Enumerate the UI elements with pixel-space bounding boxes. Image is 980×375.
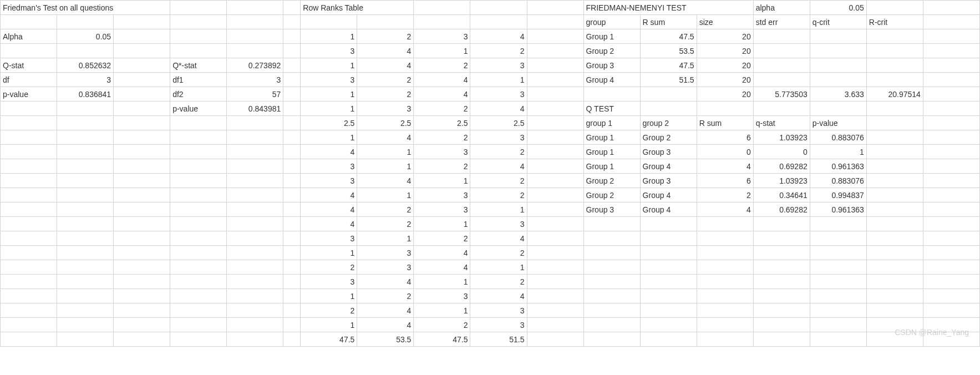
rank-cell[interactable]: 4: [357, 174, 414, 188]
qstar-value[interactable]: 0.273892: [227, 58, 283, 73]
rank-cell[interactable]: 3: [357, 260, 414, 275]
rank-cell[interactable]: 4: [470, 29, 527, 44]
rank-cell[interactable]: 3: [414, 202, 470, 217]
rank-cell[interactable]: 1: [301, 29, 357, 44]
rank-sum[interactable]: 51.5: [470, 332, 527, 347]
nemenyi-header-qcrit[interactable]: q-crit: [810, 15, 866, 29]
qtest-rsum[interactable]: 4: [697, 202, 753, 217]
rank-cell[interactable]: 4: [414, 260, 470, 275]
qtest-g1[interactable]: Group 2: [583, 174, 640, 188]
rank-cell[interactable]: 3: [414, 289, 470, 303]
qtest-rsum[interactable]: 2: [697, 188, 753, 202]
df-label[interactable]: df: [1, 73, 57, 87]
qtest-header-g2[interactable]: group 2: [640, 116, 697, 130]
rank-cell[interactable]: 2: [414, 58, 470, 73]
rank-cell[interactable]: 1: [301, 102, 357, 116]
rank-cell[interactable]: 1: [301, 58, 357, 73]
rank-cell[interactable]: 3: [301, 73, 357, 87]
nemenyi-alpha-value[interactable]: 0.05: [810, 1, 866, 15]
rank-cell[interactable]: 4: [301, 145, 357, 159]
nemenyi-group-name[interactable]: Group 4: [583, 73, 640, 87]
qtest-pvalue[interactable]: 1: [810, 145, 866, 159]
rank-cell[interactable]: 3: [470, 87, 527, 102]
rank-cell[interactable]: 1: [414, 275, 470, 289]
nemenyi-summary-stderr[interactable]: 5.773503: [753, 87, 810, 102]
df1-label[interactable]: df1: [170, 73, 227, 87]
rank-cell[interactable]: 4: [414, 73, 470, 87]
friedman-title[interactable]: Friedman's Test on all questions: [1, 1, 170, 15]
rank-cell[interactable]: 2: [357, 202, 414, 217]
alpha-value[interactable]: 0.05: [57, 29, 114, 44]
nemenyi-group-size[interactable]: 20: [697, 73, 753, 87]
qtest-pvalue[interactable]: 0.961363: [810, 202, 866, 217]
rank-cell[interactable]: 1: [301, 130, 357, 145]
rank-cell[interactable]: 2: [470, 174, 527, 188]
qtest-g1[interactable]: Group 1: [583, 159, 640, 174]
nemenyi-summary-qcrit[interactable]: 3.633: [810, 87, 866, 102]
rank-cell[interactable]: 3: [357, 246, 414, 260]
nemenyi-group-rsum[interactable]: 51.5: [640, 73, 697, 87]
qtest-g2[interactable]: Group 4: [640, 202, 697, 217]
rank-cell[interactable]: 3: [301, 44, 357, 58]
rank-cell[interactable]: 2: [357, 217, 414, 231]
qtest-g1[interactable]: Group 1: [583, 145, 640, 159]
rank-cell[interactable]: 4: [470, 289, 527, 303]
rank-cell[interactable]: 4: [470, 231, 527, 246]
pvalue2-value[interactable]: 0.843981: [227, 102, 283, 116]
rank-cell[interactable]: 4: [414, 87, 470, 102]
nemenyi-group-name[interactable]: Group 2: [583, 44, 640, 58]
rank-cell[interactable]: 2: [357, 87, 414, 102]
rank-cell[interactable]: 2: [470, 44, 527, 58]
rank-cell[interactable]: 3: [301, 231, 357, 246]
rank-cell[interactable]: 1: [414, 44, 470, 58]
df2-label[interactable]: df2: [170, 87, 227, 102]
rank-cell[interactable]: 2: [470, 246, 527, 260]
rank-cell[interactable]: 2: [301, 260, 357, 275]
rank-cell[interactable]: 1: [414, 174, 470, 188]
qtest-rsum[interactable]: 4: [697, 159, 753, 174]
nemenyi-group-size[interactable]: 20: [697, 44, 753, 58]
qtest-qstat[interactable]: 0.69282: [753, 202, 810, 217]
nemenyi-group-name[interactable]: Group 3: [583, 58, 640, 73]
rank-cell[interactable]: 2: [414, 130, 470, 145]
rank-cell[interactable]: 4: [357, 318, 414, 332]
rank-cell[interactable]: 2: [414, 102, 470, 116]
qtest-g1[interactable]: Group 3: [583, 202, 640, 217]
rank-cell[interactable]: 3: [470, 318, 527, 332]
qtest-rsum[interactable]: 0: [697, 145, 753, 159]
rank-cell[interactable]: 2: [470, 275, 527, 289]
rank-cell[interactable]: 2: [357, 289, 414, 303]
qtest-g2[interactable]: Group 4: [640, 159, 697, 174]
rank-cell[interactable]: 3: [301, 275, 357, 289]
rank-cell[interactable]: 2.5: [414, 116, 470, 130]
nemenyi-title[interactable]: FRIEDMAN-NEMENYI TEST: [583, 1, 753, 15]
qstar-label[interactable]: Q*-stat: [170, 58, 227, 73]
rank-cell[interactable]: 3: [414, 145, 470, 159]
rank-cell[interactable]: 3: [470, 130, 527, 145]
rank-sum[interactable]: 47.5: [414, 332, 470, 347]
nemenyi-group-size[interactable]: 20: [697, 58, 753, 73]
df-value[interactable]: 3: [57, 73, 114, 87]
rank-cell[interactable]: 4: [357, 44, 414, 58]
spreadsheet-grid[interactable]: Friedman's Test on all questions Row Ran…: [0, 0, 980, 347]
rank-cell[interactable]: 2: [414, 318, 470, 332]
nemenyi-header-group[interactable]: group: [583, 15, 640, 29]
pvalue-label[interactable]: p-value: [1, 87, 57, 102]
rank-cell[interactable]: 2: [470, 145, 527, 159]
qtest-g2[interactable]: Group 4: [640, 188, 697, 202]
rank-cell[interactable]: 2.5: [357, 116, 414, 130]
rank-cell[interactable]: 3: [301, 174, 357, 188]
rank-cell[interactable]: 4: [357, 130, 414, 145]
qtest-header-g1[interactable]: group 1: [583, 116, 640, 130]
nemenyi-header-rcrit[interactable]: R-crit: [866, 15, 923, 29]
nemenyi-group-rsum[interactable]: 47.5: [640, 58, 697, 73]
rank-cell[interactable]: 1: [470, 73, 527, 87]
rank-cell[interactable]: 1: [414, 217, 470, 231]
rank-cell[interactable]: 2.5: [470, 116, 527, 130]
rank-cell[interactable]: 2: [414, 231, 470, 246]
rank-cell[interactable]: 1: [301, 318, 357, 332]
nemenyi-header-rsum[interactable]: R sum: [640, 15, 697, 29]
rank-cell[interactable]: 4: [357, 275, 414, 289]
rank-cell[interactable]: 2.5: [301, 116, 357, 130]
qtest-header-pvalue[interactable]: p-value: [810, 116, 866, 130]
